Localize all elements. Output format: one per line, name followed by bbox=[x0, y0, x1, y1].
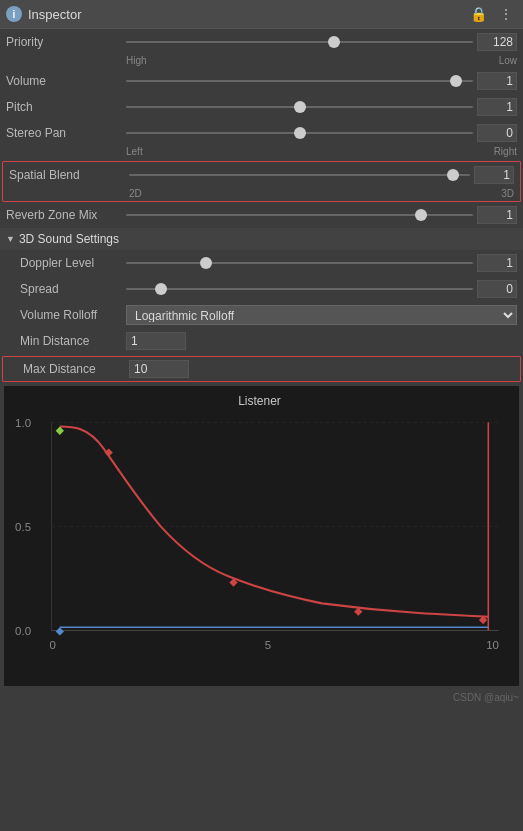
volume-label: Volume bbox=[6, 74, 126, 88]
svg-text:1.0: 1.0 bbox=[15, 417, 31, 429]
pitch-slider[interactable] bbox=[126, 99, 473, 115]
stereo-pan-value[interactable]: 0 bbox=[477, 124, 517, 142]
svg-text:0.0: 0.0 bbox=[15, 625, 31, 637]
stereo-pan-hint-left: Left bbox=[126, 146, 143, 157]
spatial-blend-label: Spatial Blend bbox=[9, 168, 129, 182]
inspector-panel: i Inspector 🔒 ⋮ Priority 128 High Low Vo… bbox=[0, 0, 523, 705]
header-actions: 🔒 ⋮ bbox=[466, 4, 517, 24]
volume-slider[interactable] bbox=[126, 73, 473, 89]
spatial-blend-hint-left: 2D bbox=[129, 188, 142, 199]
spatial-blend-control: 1 bbox=[129, 166, 514, 184]
priority-value[interactable]: 128 bbox=[477, 33, 517, 51]
volume-rolloff-dropdown-container: Logarithmic Rolloff Linear Rolloff Custo… bbox=[126, 305, 517, 325]
doppler-level-control: 1 bbox=[126, 254, 517, 272]
volume-rolloff-control: Logarithmic Rolloff Linear Rolloff Custo… bbox=[126, 305, 517, 325]
svg-text:0: 0 bbox=[49, 639, 55, 651]
spatial-blend-value[interactable]: 1 bbox=[474, 166, 514, 184]
volume-rolloff-label: Volume Rolloff bbox=[6, 308, 126, 322]
pitch-value[interactable]: 1 bbox=[477, 98, 517, 116]
spatial-blend-row: Spatial Blend 1 bbox=[3, 162, 520, 188]
menu-button[interactable]: ⋮ bbox=[495, 4, 517, 24]
reverb-zone-mix-value[interactable]: 1 bbox=[477, 206, 517, 224]
spread-control: 0 bbox=[126, 280, 517, 298]
pitch-control: 1 bbox=[126, 98, 517, 116]
volume-control: 1 bbox=[126, 72, 517, 90]
inspector-title: Inspector bbox=[28, 7, 81, 22]
header-left: i Inspector bbox=[6, 6, 81, 22]
priority-hint-left: High bbox=[126, 55, 147, 66]
spatial-blend-highlight: Spatial Blend 1 2D 3D bbox=[2, 161, 521, 202]
reverb-zone-mix-slider[interactable] bbox=[126, 207, 473, 223]
lock-button[interactable]: 🔒 bbox=[466, 4, 491, 24]
min-distance-input[interactable] bbox=[126, 332, 186, 350]
stereo-pan-hints: Left Right bbox=[0, 146, 523, 159]
priority-slider[interactable] bbox=[126, 34, 473, 50]
doppler-level-label: Doppler Level bbox=[6, 256, 126, 270]
volume-row: Volume 1 bbox=[0, 68, 523, 94]
priority-hints: High Low bbox=[0, 55, 523, 68]
spatial-blend-slider[interactable] bbox=[129, 167, 470, 183]
chart-area: Listener 1.0 0.5 0.0 0 5 10 bbox=[4, 386, 519, 686]
doppler-level-slider[interactable] bbox=[126, 255, 473, 271]
stereo-pan-slider[interactable] bbox=[126, 125, 473, 141]
spatial-blend-hints: 2D 3D bbox=[3, 188, 520, 201]
priority-hint-right: Low bbox=[499, 55, 517, 66]
stereo-pan-control: 0 bbox=[126, 124, 517, 142]
priority-control: 128 bbox=[126, 33, 517, 51]
volume-rolloff-row: Volume Rolloff Logarithmic Rolloff Linea… bbox=[0, 302, 523, 328]
spread-value[interactable]: 0 bbox=[477, 280, 517, 298]
rolloff-chart: 1.0 0.5 0.0 0 5 10 bbox=[8, 412, 511, 672]
volume-rolloff-select[interactable]: Logarithmic Rolloff Linear Rolloff Custo… bbox=[126, 305, 517, 325]
3d-sound-settings-header[interactable]: ▼ 3D Sound Settings bbox=[0, 228, 523, 250]
min-distance-row: Min Distance bbox=[0, 328, 523, 354]
max-distance-highlight: Max Distance bbox=[2, 356, 521, 382]
volume-value[interactable]: 1 bbox=[477, 72, 517, 90]
inspector-icon: i bbox=[6, 6, 22, 22]
spread-row: Spread 0 bbox=[0, 276, 523, 302]
chart-title: Listener bbox=[8, 394, 511, 408]
watermark: CSDN @aqiu~ bbox=[0, 690, 523, 705]
priority-label: Priority bbox=[6, 35, 126, 49]
doppler-level-row: Doppler Level 1 bbox=[0, 250, 523, 276]
spread-slider[interactable] bbox=[126, 281, 473, 297]
reverb-zone-mix-label: Reverb Zone Mix bbox=[6, 208, 126, 222]
doppler-level-value[interactable]: 1 bbox=[477, 254, 517, 272]
svg-marker-16 bbox=[56, 627, 64, 635]
reverb-zone-mix-row: Reverb Zone Mix 1 bbox=[0, 202, 523, 228]
svg-text:10: 10 bbox=[486, 639, 499, 651]
svg-marker-12 bbox=[105, 448, 113, 456]
stereo-pan-label: Stereo Pan bbox=[6, 126, 126, 140]
inspector-header: i Inspector 🔒 ⋮ bbox=[0, 0, 523, 29]
svg-text:5: 5 bbox=[265, 639, 271, 651]
spatial-blend-hint-right: 3D bbox=[501, 188, 514, 199]
pitch-row: Pitch 1 bbox=[0, 94, 523, 120]
reverb-zone-mix-control: 1 bbox=[126, 206, 517, 224]
max-distance-input[interactable] bbox=[129, 360, 189, 378]
priority-row: Priority 128 bbox=[0, 29, 523, 55]
min-distance-control bbox=[126, 332, 517, 350]
section-3d-label: 3D Sound Settings bbox=[19, 232, 119, 246]
max-distance-control bbox=[129, 360, 514, 378]
min-distance-label: Min Distance bbox=[6, 334, 126, 348]
stereo-pan-row: Stereo Pan 0 bbox=[0, 120, 523, 146]
section-triangle-icon: ▼ bbox=[6, 234, 15, 244]
svg-marker-11 bbox=[56, 427, 64, 435]
max-distance-label: Max Distance bbox=[9, 362, 129, 376]
stereo-pan-hint-right: Right bbox=[494, 146, 517, 157]
pitch-label: Pitch bbox=[6, 100, 126, 114]
svg-text:0.5: 0.5 bbox=[15, 521, 31, 533]
spread-label: Spread bbox=[6, 282, 126, 296]
